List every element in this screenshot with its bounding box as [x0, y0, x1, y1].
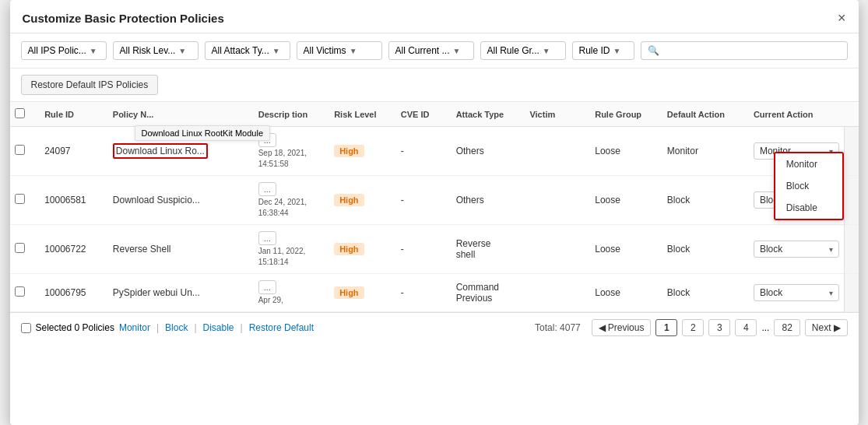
filter-rule-group[interactable]: All Rule Gr... ▼ — [480, 41, 566, 60]
cell-victim-10006722 — [525, 225, 590, 274]
scrollbar-row2 — [844, 176, 858, 225]
th-policy-name: Policy N... — [108, 102, 254, 127]
filter-rule-id-arrow: ▼ — [613, 47, 621, 55]
cell-desc-10006795: ... Apr 29, — [254, 274, 329, 312]
footer-actions: Monitor | Block | Disable | Restore Defa… — [119, 322, 314, 333]
cell-cve-10006581: - — [396, 176, 452, 225]
cell-risk-10006581: High — [329, 176, 396, 225]
cell-default-10006581: Block — [662, 176, 749, 225]
cell-current-10006722: Block ▾ — [749, 225, 844, 274]
search-input[interactable] — [662, 45, 841, 56]
selected-policies-label: Selected 0 Policies — [36, 322, 114, 333]
dropdown-arrow-10006722: ▾ — [829, 245, 833, 254]
menu-item-disable[interactable]: Disable — [775, 197, 842, 219]
cell-rule-grp-10006722: Loose — [590, 225, 662, 274]
filter-risk-level-arrow: ▼ — [178, 47, 186, 55]
menu-item-monitor[interactable]: Monitor — [775, 153, 842, 175]
th-scrollbar — [844, 102, 858, 127]
filter-current-action[interactable]: All Current ... ▼ — [388, 41, 474, 60]
dropdown-arrow-10006795: ▾ — [829, 289, 833, 297]
chevron-left-icon: ◀ — [599, 322, 606, 333]
filter-attack-type-label: All Attack Ty... — [212, 45, 269, 56]
cell-attack-10006795: CommandPrevious — [452, 274, 525, 312]
filter-risk-level-label: All Risk Lev... — [120, 45, 176, 56]
pagination-page-1[interactable]: 1 — [655, 319, 677, 336]
desc-ellipsis-10006795[interactable]: ... — [258, 280, 276, 294]
cell-cve-10006722: - — [396, 225, 452, 274]
current-action-dropdown-10006795[interactable]: Block ▾ — [754, 284, 839, 301]
cell-default-24097: Monitor — [662, 127, 749, 176]
footer: Selected 0 Policies Monitor | Block | Di… — [10, 312, 859, 342]
cell-date-10006722: Jan 11, 2022, 15:18:14 — [258, 247, 306, 266]
th-cve-id: CVE ID — [396, 102, 452, 127]
pagination-page-3[interactable]: 3 — [708, 319, 730, 336]
cell-cve-24097: - — [396, 127, 452, 176]
pagination-total: Total: 4077 — [535, 322, 581, 333]
scrollbar-row1 — [844, 127, 858, 176]
table-row: 10006581 Download Suspicio... ... Dec 24… — [10, 176, 859, 225]
pagination-page-82[interactable]: 82 — [774, 319, 799, 336]
cell-victim-10006795 — [525, 274, 590, 312]
filter-current-action-label: All Current ... — [395, 45, 450, 56]
pagination-page-2[interactable]: 2 — [682, 319, 704, 336]
filter-victims-label: All Victims — [304, 45, 346, 56]
row-cb-24097 — [10, 127, 40, 176]
desc-ellipsis-10006722[interactable]: ... — [258, 231, 276, 245]
cell-policy-name-10006795: PySpider webui Un... — [108, 274, 254, 312]
filter-risk-level[interactable]: All Risk Lev... ▼ — [113, 41, 199, 60]
cell-risk-24097: High — [329, 127, 396, 176]
filter-ips-policy[interactable]: All IPS Polic... ▼ — [21, 41, 107, 60]
modal-header: Customize Basic Protection Policies × — [10, 0, 859, 33]
restore-default-button[interactable]: Restore Default IPS Policies — [21, 75, 159, 95]
th-description: Descrip tion — [254, 102, 329, 127]
scrollbar-row3 — [844, 225, 858, 274]
risk-badge-10006795: High — [334, 286, 364, 299]
cell-victim-24097 — [525, 127, 590, 176]
cell-default-10006795: Block — [662, 274, 749, 312]
footer-disable-link[interactable]: Disable — [203, 322, 234, 333]
footer-select-all-checkbox[interactable] — [21, 323, 31, 333]
search-box[interactable]: 🔍 — [641, 41, 848, 60]
chevron-right-icon: ▶ — [834, 322, 841, 333]
current-action-dropdown-10006722[interactable]: Block ▾ — [754, 241, 839, 258]
row-checkbox-24097[interactable] — [15, 145, 25, 155]
filter-rule-id[interactable]: Rule ID ▼ — [572, 41, 634, 60]
cell-rule-id-10006722: 10006722 — [40, 225, 108, 274]
pagination-next[interactable]: Next ▶ — [805, 319, 848, 336]
cell-policy-name-10006722: Reverse Shell — [108, 225, 254, 274]
cell-date-10006795: Apr 29, — [258, 296, 283, 304]
row-checkbox-10006581[interactable] — [15, 194, 25, 204]
cell-date-24097: Sep 18, 2021, 14:51:58 — [258, 149, 307, 168]
cell-attack-24097: Others — [452, 127, 525, 176]
cell-default-10006722: Block — [662, 225, 749, 274]
policy-name-tooltip: Download Linux RootKit Module — [135, 125, 271, 141]
cell-current-10006795: Block ▾ — [749, 274, 844, 312]
footer-monitor-link[interactable]: Monitor — [119, 322, 150, 333]
search-icon: 🔍 — [648, 45, 659, 56]
footer-left: Selected 0 Policies Monitor | Block | Di… — [21, 322, 315, 333]
cell-cve-10006795: - — [396, 274, 452, 312]
menu-item-block[interactable]: Block — [775, 175, 842, 197]
risk-badge-24097: High — [334, 145, 364, 157]
th-attack-type: Attack Type — [452, 102, 525, 127]
select-all-checkbox[interactable] — [15, 108, 25, 118]
filter-victims[interactable]: All Victims ▼ — [297, 41, 382, 60]
footer-block-link[interactable]: Block — [165, 322, 188, 333]
row-checkbox-10006795[interactable] — [15, 286, 25, 297]
modal-title: Customize Basic Protection Policies — [23, 12, 224, 25]
cell-policy-name-10006581: Download Suspicio... — [108, 176, 254, 225]
filter-attack-type[interactable]: All Attack Ty... ▼ — [205, 41, 290, 60]
th-rule-group: Rule Group — [590, 102, 662, 127]
scrollbar-row4 — [844, 274, 858, 312]
close-button[interactable]: × — [838, 11, 846, 25]
pagination-previous[interactable]: ◀ Previous — [592, 319, 652, 336]
row-checkbox-10006722[interactable] — [15, 243, 25, 253]
th-default-action: Default Action — [662, 102, 749, 127]
desc-ellipsis-10006581[interactable]: ... — [258, 182, 276, 196]
pagination-page-4[interactable]: 4 — [735, 319, 757, 336]
cell-rule-grp-24097: Loose — [590, 127, 662, 176]
cell-victim-10006581 — [525, 176, 590, 225]
footer-restore-link[interactable]: Restore Default — [249, 322, 314, 333]
current-action-value-10006795: Block — [760, 287, 782, 298]
cell-attack-10006581: Others — [452, 176, 525, 225]
